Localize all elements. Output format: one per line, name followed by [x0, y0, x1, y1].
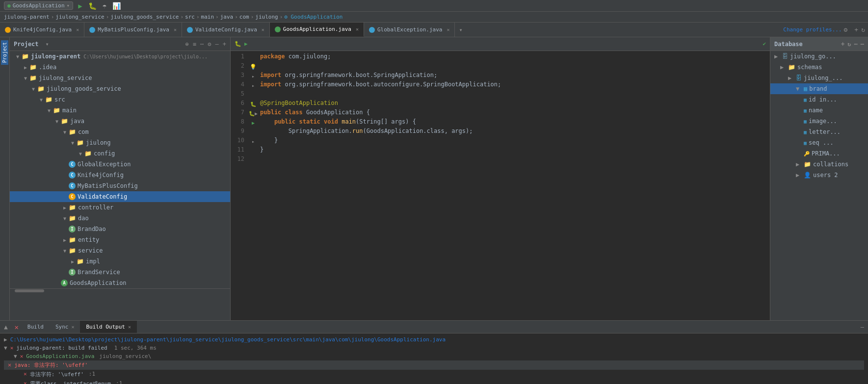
- tree-service[interactable]: ▼ 📁 service: [10, 245, 230, 256]
- db-item-users[interactable]: ▶ 👤 users 2: [770, 170, 868, 180]
- refresh-icon[interactable]: ↻: [861, 26, 865, 33]
- build-arrow-icon: ▶: [4, 336, 7, 343]
- tab-close-mybatis[interactable]: ✕: [174, 27, 177, 32]
- bottom-tab-buildoutput-close[interactable]: ✕: [128, 324, 131, 330]
- breadcrumb-part[interactable]: jiulong_goods_service: [110, 14, 179, 20]
- add-datasource-icon[interactable]: +: [854, 26, 858, 33]
- tree-branddao[interactable]: I BrandDao: [10, 224, 230, 234]
- coverage-button[interactable]: ☂: [102, 1, 107, 11]
- tree-jiulong-goods-service[interactable]: ▼ 📁 jiulong_goods_service: [10, 83, 230, 94]
- bottom-tab-build-output[interactable]: Build Output ✕: [80, 321, 137, 333]
- db-item-name[interactable]: ▦ name: [770, 105, 868, 116]
- breadcrumb-part[interactable]: jiulong_service: [55, 14, 104, 20]
- fold-icon-10[interactable]: ▸: [252, 139, 255, 144]
- bottom-panel-up-icon[interactable]: ▲: [0, 321, 12, 333]
- build-group-arrow[interactable]: ▼: [4, 345, 7, 351]
- tree-entity[interactable]: ▶ 📁 entity: [10, 234, 230, 245]
- db-item-prima[interactable]: 🔑 PRIMA...: [770, 148, 868, 159]
- tree-brandservice[interactable]: I BrandService: [10, 267, 230, 278]
- sidebar-dropdown-icon[interactable]: ▾: [46, 41, 49, 48]
- code-line-5: 5: [231, 90, 770, 100]
- tab-label-validate: ValidateConfig.java: [195, 26, 257, 33]
- tab-validate[interactable]: ValidateConfig.java ✕: [182, 23, 270, 37]
- tab-knife4j[interactable]: Knife4jConfig.java ✕: [0, 23, 84, 37]
- tree-impl[interactable]: ▶ 📁 impl: [10, 256, 230, 267]
- sidebar-hide-icon[interactable]: —: [215, 41, 219, 48]
- tree-dao[interactable]: ▼ 📁 dao: [10, 213, 230, 224]
- db-more-icon[interactable]: ⋯: [854, 41, 858, 48]
- breadcrumb-part[interactable]: jiulong: [255, 14, 278, 20]
- breadcrumb-part[interactable]: jiulong-parent: [4, 14, 50, 20]
- bottom-hide-icon[interactable]: —: [861, 324, 864, 331]
- tab-global[interactable]: GlobalException.java ✕: [364, 23, 455, 37]
- breadcrumb-part[interactable]: java: [220, 14, 234, 20]
- db-item-id[interactable]: ▦ id in...: [770, 94, 868, 105]
- tab-close-global[interactable]: ✕: [447, 27, 449, 32]
- profile-button[interactable]: 📊: [111, 1, 122, 11]
- tree-src[interactable]: ▼ 📁 src: [10, 94, 230, 105]
- sidebar-options-icon[interactable]: ⋯: [200, 41, 204, 48]
- run-config-dropdown-icon: ▾: [67, 2, 70, 9]
- bottom-tab-sync[interactable]: Sync ✕: [50, 321, 80, 333]
- settings-icon[interactable]: ⚙: [844, 26, 848, 33]
- fold-icon-4[interactable]: ▸: [252, 83, 255, 88]
- tree-com[interactable]: ▼ 📁 com: [10, 127, 230, 137]
- breadcrumb-part[interactable]: src: [185, 14, 195, 20]
- breadcrumb-part[interactable]: com: [239, 14, 249, 20]
- tab-close-goods[interactable]: ✕: [356, 26, 359, 32]
- sidebar-settings-icon[interactable]: ⚙: [208, 41, 211, 48]
- build-path-link[interactable]: C:\Users\hujunwei\Desktop\project\jiulon…: [10, 336, 446, 343]
- sep1: ›: [51, 14, 54, 20]
- run-button[interactable]: ▶: [77, 1, 83, 11]
- sidebar-locate-icon[interactable]: ⊕: [185, 41, 189, 48]
- tab-close-knife4j[interactable]: ✕: [76, 27, 79, 32]
- tree-jiulong-parent[interactable]: ▼ 📁 jiulong-parent C:\Users\hujunwei\Des…: [10, 51, 230, 62]
- debug-button[interactable]: 🐛: [87, 1, 98, 11]
- tab-goods[interactable]: GoodsApplication.java ✕: [270, 23, 364, 37]
- tree-validateconfig[interactable]: C ValidateConfig: [10, 191, 230, 202]
- db-item-jiulong-db[interactable]: ▶ 🗄 jiulong_...: [770, 73, 868, 83]
- db-item-image[interactable]: ▦ image...: [770, 116, 868, 127]
- run-class-icon[interactable]: 🐛▶: [249, 111, 258, 116]
- tree-jiulong-service[interactable]: ▼ 📁 jiulong_service: [10, 73, 230, 83]
- tab-more-button[interactable]: ▾: [455, 23, 466, 37]
- run-main-icon[interactable]: ▶: [252, 120, 255, 126]
- sidebar-collapse-icon[interactable]: ≡: [193, 41, 196, 48]
- tree-jiulong[interactable]: ▼ 📁 jiulong: [10, 137, 230, 148]
- tree-globalexception[interactable]: C GlobalException: [10, 159, 230, 170]
- line-content-6: @SpringBootApplication: [258, 100, 770, 109]
- db-item-brand[interactable]: ▼ ▦ brand: [770, 83, 868, 94]
- db-add-icon[interactable]: +: [841, 41, 844, 48]
- tree-controller[interactable]: ▶ 📁 controller: [10, 202, 230, 213]
- build-file-link[interactable]: GoodsApplication.java: [26, 353, 94, 359]
- db-refresh-icon[interactable]: ↻: [847, 41, 851, 48]
- tree-config[interactable]: ▼ 📁 config: [10, 148, 230, 159]
- tree-knife4j[interactable]: C Knife4jConfig: [10, 170, 230, 180]
- bottom-tab-build[interactable]: Build: [22, 321, 50, 333]
- tree-main[interactable]: ▼ 📁 main: [10, 105, 230, 116]
- run-icon-small[interactable]: ▶: [244, 41, 248, 47]
- sidebar-scrollbar-h[interactable]: [10, 288, 230, 292]
- tab-close-validate[interactable]: ✕: [262, 27, 264, 32]
- change-profiles-link[interactable]: Change profiles... ⚙: [779, 23, 851, 37]
- tree-mybatisplus[interactable]: C MyBatisPlusConfig: [10, 180, 230, 191]
- fold-icon-3[interactable]: ▸: [252, 74, 255, 79]
- db-item-jiulong-go[interactable]: ▶ 🗄 jiulong_go...: [770, 51, 868, 62]
- bottom-tab-sync-close[interactable]: ✕: [71, 324, 74, 330]
- run-config-display[interactable]: ● GoodsApplication ▾: [4, 1, 73, 10]
- tree-idea[interactable]: ▶ 📁 .idea: [10, 62, 230, 73]
- tab-mybatis[interactable]: MyBatisPlusConfig.java ✕: [84, 23, 182, 37]
- db-item-letter[interactable]: ▦ letter...: [770, 127, 868, 137]
- db-item-collations[interactable]: ▶ 📁 collations: [770, 159, 868, 170]
- project-tab[interactable]: Project: [1, 40, 8, 65]
- db-hide-icon[interactable]: —: [861, 41, 864, 48]
- db-item-seq[interactable]: ▦ seq ...: [770, 137, 868, 148]
- db-item-schemas[interactable]: ▶ 📁 schemas: [770, 62, 868, 73]
- build-file-arrow[interactable]: ▼: [14, 353, 17, 359]
- breadcrumb-part[interactable]: main: [201, 14, 214, 20]
- sidebar-add-icon[interactable]: +: [223, 41, 226, 48]
- tree-goodsapplication[interactable]: A GoodsApplication: [10, 278, 230, 288]
- bottom-panel: ▲ ✕ Build Sync ✕ Build Output ✕ — ▶ C:\U…: [0, 320, 868, 384]
- code-editor[interactable]: 1 package com.jiulong; 2 💡 3 ▸ import or…: [231, 51, 770, 320]
- tree-java[interactable]: ▼ 📁 java: [10, 116, 230, 127]
